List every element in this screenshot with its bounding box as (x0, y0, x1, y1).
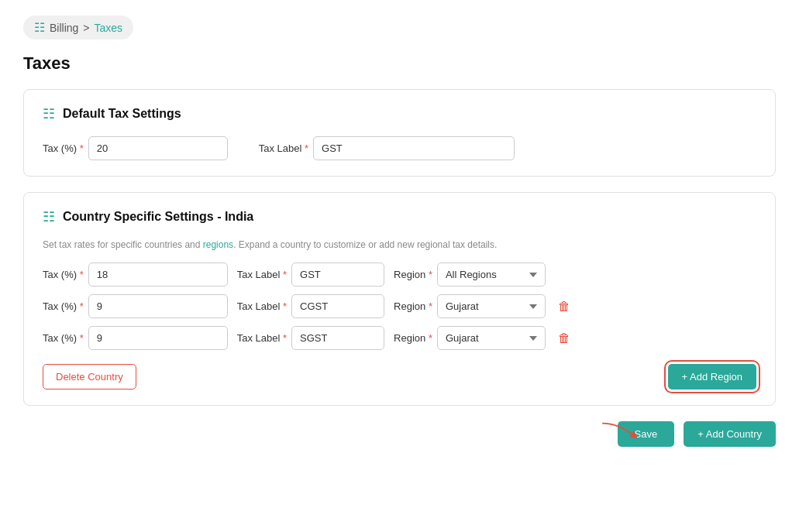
default-tax-percent-input[interactable] (88, 136, 228, 160)
row2-tax-percent-label: Tax (%) * (43, 300, 84, 312)
tax-row-2: Tax (%) * Tax Label * Region * All Regio… (43, 294, 756, 318)
row3-tax-percent-label: Tax (%) * (43, 332, 84, 344)
row2-region-group: Region * All Regions Gujarat Maharashtra… (394, 294, 546, 318)
delete-country-button[interactable]: Delete Country (43, 364, 136, 390)
default-tax-percent-group: Tax (%) * (43, 136, 228, 160)
row3-tax-percent-group: Tax (%) * (43, 326, 228, 350)
arrow-indicator (599, 420, 638, 445)
row2-tax-percent-group: Tax (%) * (43, 294, 228, 318)
row1-tax-label-input[interactable] (291, 263, 384, 287)
country-section-title: Country Specific Settings - India (63, 210, 253, 224)
row3-region-select[interactable]: All Regions Gujarat Maharashtra Delhi (437, 326, 546, 350)
row1-tax-percent-group: Tax (%) * (43, 263, 228, 287)
row1-tax-label-label: Tax Label * (237, 269, 287, 280)
tax-row-1: Tax (%) * Tax Label * Region * All Regio… (43, 263, 756, 287)
breadcrumb: ☷ Billing > Taxes (23, 15, 133, 39)
row1-region-label: Region * (394, 269, 432, 280)
default-tax-label-group: Tax Label * (259, 136, 515, 160)
regions-link[interactable]: regions (203, 239, 233, 250)
default-tax-row: Tax (%) * Tax Label * (43, 136, 756, 160)
country-icon: ☷ (43, 208, 55, 225)
row3-region-group: Region * All Regions Gujarat Maharashtra… (394, 326, 546, 350)
default-tax-label-input[interactable] (313, 136, 515, 160)
row3-tax-label-input[interactable] (291, 326, 384, 350)
row3-delete-icon[interactable]: 🗑 (555, 328, 573, 348)
row2-tax-percent-input[interactable] (88, 294, 228, 318)
row1-tax-label-group: Tax Label * (237, 263, 384, 287)
row1-tax-percent-label: Tax (%) * (43, 269, 84, 280)
page-title: Taxes (23, 53, 776, 74)
breadcrumb-billing[interactable]: Billing (50, 22, 78, 34)
row1-tax-percent-input[interactable] (88, 263, 228, 287)
row3-tax-label-label: Tax Label * (237, 332, 287, 344)
billing-icon: ☷ (34, 20, 45, 35)
breadcrumb-separator: > (83, 22, 89, 34)
row3-region-label: Region * (394, 332, 432, 344)
row1-region-select[interactable]: All Regions Gujarat Maharashtra Delhi (437, 263, 546, 287)
row2-tax-label-label: Tax Label * (237, 300, 287, 312)
default-tax-section-header: ☷ Default Tax Settings (43, 105, 756, 122)
default-tax-label-label: Tax Label * (259, 142, 308, 154)
default-tax-percent-label: Tax (%) * (43, 142, 84, 154)
default-tax-section-title: Default Tax Settings (63, 107, 181, 121)
row2-tax-label-group: Tax Label * (237, 294, 384, 318)
country-settings-card: ☷ Country Specific Settings - India Set … (23, 192, 776, 406)
row2-region-label: Region * (394, 300, 432, 312)
country-section-header: ☷ Country Specific Settings - India (43, 208, 756, 225)
row3-tax-label-group: Tax Label * (237, 326, 384, 350)
row2-tax-label-input[interactable] (291, 294, 384, 318)
country-info-text: Set tax rates for specific countries and… (43, 239, 756, 250)
default-tax-settings-card: ☷ Default Tax Settings Tax (%) * Tax Lab… (23, 89, 776, 177)
default-tax-icon: ☷ (43, 105, 55, 122)
row2-delete-icon[interactable]: 🗑 (555, 297, 573, 317)
row2-region-select[interactable]: All Regions Gujarat Maharashtra Delhi (437, 294, 546, 318)
row1-region-group: Region * All Regions Gujarat Maharashtra… (394, 263, 546, 287)
breadcrumb-taxes[interactable]: Taxes (95, 22, 123, 34)
page-footer: Save + Add Country (23, 421, 776, 447)
section-footer: Delete Country + Add Region (43, 364, 756, 390)
add-region-button[interactable]: + Add Region (668, 364, 756, 390)
row3-tax-percent-input[interactable] (88, 326, 228, 350)
tax-row-3: Tax (%) * Tax Label * Region * All Regio… (43, 326, 756, 350)
add-country-button[interactable]: + Add Country (684, 421, 776, 447)
